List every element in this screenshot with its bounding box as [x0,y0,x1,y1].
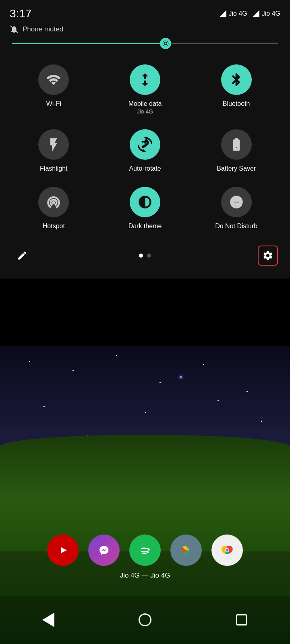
darktheme-label: Dark theme [128,222,162,230]
spotify-icon [137,542,153,559]
settings-button[interactable] [258,246,278,266]
spotify-app-icon[interactable] [129,535,161,566]
hotspot-icon-bg [38,187,69,217]
hotspot-icon [46,195,61,209]
signal-label-1: Jio 4G [229,10,247,17]
home-button[interactable] [133,608,157,632]
svg-point-16 [137,542,153,559]
svg-text:+: + [235,142,238,148]
tile-wifi[interactable]: Wi-Fi [8,56,99,121]
hotspot-label: Hotspot [43,222,65,230]
autorotate-icon-bg [130,129,160,160]
status-right: Jio 4G Jio 4G [219,10,281,17]
signal-icon-2 [252,10,259,17]
svg-line-10 [164,45,164,45]
tile-flashlight[interactable]: Flashlight [8,121,99,179]
playstore-icon [178,542,195,559]
wifi-icon-bg [38,64,69,95]
bluetooth-icon [229,72,244,87]
edit-button[interactable] [12,246,32,266]
recents-icon [236,614,247,625]
page-dots [139,254,151,258]
recents-button[interactable] [230,608,254,632]
dot-2 [147,254,151,258]
playstore-app-icon[interactable] [170,535,202,566]
messenger-icon [95,542,112,559]
brightness-slider[interactable] [12,43,278,44]
notif-left: Phone muted [10,25,63,34]
tile-darktheme[interactable]: Dark theme [99,179,191,236]
autorotate-label: Auto-rotate [129,165,161,172]
tiles-grid: Wi-Fi Mobile data Jio 4G Bluetooth [0,52,290,241]
signal-group-2: Jio 4G [252,10,280,17]
svg-line-7 [167,45,168,45]
brightness-slider-container[interactable] [0,39,290,52]
svg-line-6 [164,41,164,42]
svg-line-11 [167,41,168,42]
signal-label-2: Jio 4G [262,10,280,17]
flashlight-icon-bg [38,129,69,160]
mobiledata-icon [138,72,152,87]
mobiledata-icon-bg [130,64,160,95]
brightness-thumb[interactable] [160,38,171,49]
svg-point-23 [226,549,229,552]
edit-icon [17,250,27,261]
donotdisturb-icon-bg [221,187,252,217]
youtube-icon [55,545,71,556]
svg-marker-0 [219,10,226,17]
autorotate-icon [138,137,152,152]
home-icon [139,613,151,626]
brightness-icon [162,40,169,47]
mobiledata-label: Mobile data [128,100,162,107]
qs-bottom-bar [0,241,290,270]
svg-point-3 [164,42,167,45]
svg-point-15 [95,542,112,559]
settings-icon [262,250,273,261]
navigation-bar [0,596,290,644]
chrome-app-icon[interactable] [211,535,243,566]
messenger-app-icon[interactable] [88,535,120,566]
bluetooth-label: Bluetooth [223,100,250,107]
tile-autorotate[interactable]: Auto-rotate [99,121,191,179]
quick-settings-panel: 3:17 Jio 4G Jio 4G Phone muted [0,0,290,279]
dot-1 [139,254,143,258]
wifi-label: Wi-Fi [46,100,61,107]
signal-icon-1 [219,10,226,17]
network-label: Jio 4G — Jio 4G [120,572,170,580]
batterysaver-icon: + [229,137,244,152]
signal-group-1: Jio 4G [219,10,247,17]
chrome-icon [219,542,236,559]
status-time: 3:17 [10,7,32,20]
darktheme-icon-bg [130,187,160,217]
status-bar: 3:17 Jio 4G Jio 4G [0,0,290,23]
wifi-icon [46,72,61,87]
tile-bluetooth[interactable]: Bluetooth [191,56,282,121]
app-icons-row [47,535,243,566]
mobiledata-sublabel: Jio 4G [137,108,153,115]
donotdisturb-icon [229,195,244,209]
phone-muted-label: Phone muted [23,25,63,33]
flashlight-label: Flashlight [40,165,67,172]
notification-bar: Phone muted [0,23,290,39]
muted-bell-icon [10,25,19,34]
tile-mobiledata[interactable]: Mobile data Jio 4G [99,56,191,121]
tile-donotdisturb[interactable]: Do Not Disturb [191,179,282,236]
batterysaver-label: Battery Saver [217,165,256,172]
bluetooth-icon-bg [221,64,252,95]
app-dock: Jio 4G — Jio 4G [0,535,290,580]
darktheme-icon [138,195,152,209]
back-button[interactable] [36,608,60,632]
youtube-app-icon[interactable] [47,535,79,566]
flashlight-icon [46,137,61,152]
donotdisturb-label: Do Not Disturb [215,222,257,230]
batterysaver-icon-bg: + [221,129,252,160]
tile-hotspot[interactable]: Hotspot [8,179,99,236]
tile-batterysaver[interactable]: + Battery Saver [191,121,282,179]
back-icon [42,613,54,627]
svg-marker-1 [252,10,259,17]
